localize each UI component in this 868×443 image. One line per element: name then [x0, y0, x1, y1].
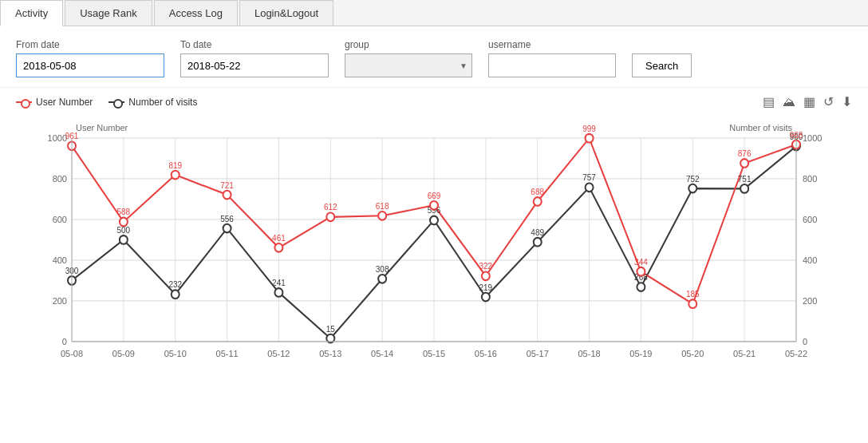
svg-point-97	[482, 271, 490, 280]
svg-text:05-13: 05-13	[319, 349, 341, 358]
svg-text:05-09: 05-09	[112, 349, 135, 358]
svg-point-57	[223, 224, 231, 233]
svg-point-93	[378, 212, 386, 220]
svg-text:751: 751	[738, 175, 752, 184]
svg-text:05-20: 05-20	[681, 349, 704, 358]
svg-text:05-12: 05-12	[267, 349, 290, 358]
legend-visits: Number of visits	[108, 97, 197, 108]
from-date-group: From date	[16, 39, 164, 77]
svg-point-89	[274, 243, 282, 252]
svg-point-73	[637, 283, 645, 291]
svg-text:819: 819	[168, 160, 182, 169]
svg-text:588: 588	[117, 208, 131, 216]
svg-text:600: 600	[53, 215, 67, 224]
table-icon[interactable]: ▤	[763, 94, 775, 109]
legend-visits-label: Number of visits	[128, 97, 197, 108]
svg-text:15: 15	[326, 324, 335, 333]
svg-text:185: 185	[686, 290, 700, 299]
svg-text:200: 200	[803, 296, 817, 306]
download-icon[interactable]: ⬇	[842, 94, 852, 109]
legend-dark-line	[108, 101, 124, 103]
group-group: group ▼	[345, 39, 472, 77]
from-date-label: From date	[16, 39, 164, 50]
svg-text:800: 800	[53, 174, 67, 184]
to-date-label: To date	[180, 39, 329, 50]
tab-bar: Activity Usage Rank Access Log Login&Log…	[0, 0, 868, 26]
svg-text:219: 219	[479, 283, 493, 291]
svg-text:05-08: 05-08	[61, 349, 83, 358]
svg-text:556: 556	[220, 214, 234, 223]
svg-point-85	[172, 171, 180, 180]
svg-text:05-19: 05-19	[629, 349, 652, 358]
svg-point-99	[534, 197, 542, 206]
tab-access-log[interactable]: Access Log	[154, 0, 238, 26]
svg-text:Number of visits: Number of visits	[729, 123, 792, 133]
svg-point-83	[120, 218, 128, 227]
svg-point-59	[274, 288, 282, 297]
svg-text:05-18: 05-18	[578, 349, 601, 358]
bar-chart-icon[interactable]: ▦	[803, 94, 815, 109]
svg-text:200: 200	[53, 296, 67, 306]
svg-text:0: 0	[62, 337, 67, 346]
svg-text:308: 308	[376, 265, 389, 274]
svg-text:232: 232	[168, 280, 182, 289]
svg-text:489: 489	[531, 227, 544, 236]
svg-point-103	[637, 267, 645, 276]
legend-user-number-label: User Number	[36, 97, 93, 108]
line-chart: 002002004004006006008008001000100005-080…	[16, 113, 852, 384]
search-button[interactable]: Search	[632, 53, 692, 77]
tab-usage-rank[interactable]: Usage Rank	[65, 0, 152, 26]
svg-text:400: 400	[53, 255, 67, 265]
svg-text:618: 618	[376, 202, 389, 211]
svg-text:600: 600	[803, 215, 817, 224]
chart-legend: User Number Number of visits ▤ ⛰ ▦ ↺ ⬇	[0, 88, 868, 113]
chart-area: 002002004004006006008008001000100005-080…	[0, 113, 868, 392]
tab-activity[interactable]: Activity	[0, 0, 63, 26]
group-label: group	[345, 39, 472, 50]
svg-text:800: 800	[803, 174, 817, 184]
svg-point-65	[430, 216, 438, 225]
svg-text:322: 322	[479, 262, 493, 271]
svg-point-77	[740, 184, 748, 193]
tab-login-logout[interactable]: Login&Logout	[239, 0, 333, 26]
chart-toolbar: ▤ ⛰ ▦ ↺ ⬇	[763, 94, 852, 109]
svg-text:876: 876	[738, 149, 752, 158]
svg-point-87	[223, 191, 231, 200]
line-chart-icon[interactable]: ⛰	[783, 95, 795, 109]
svg-text:05-21: 05-21	[733, 349, 756, 358]
svg-text:05-22: 05-22	[785, 349, 807, 358]
svg-text:612: 612	[324, 203, 337, 212]
username-group: username	[488, 39, 616, 77]
svg-point-67	[482, 293, 490, 302]
group-select[interactable]	[345, 53, 472, 77]
svg-point-105	[688, 299, 696, 308]
svg-text:05-15: 05-15	[423, 349, 445, 358]
svg-text:688: 688	[531, 188, 544, 196]
from-date-input[interactable]	[16, 53, 164, 77]
group-select-wrap: ▼	[345, 53, 472, 77]
svg-text:05-10: 05-10	[164, 349, 187, 358]
svg-text:05-17: 05-17	[527, 349, 549, 358]
svg-point-75	[688, 184, 696, 193]
svg-text:User Number: User Number	[76, 123, 128, 133]
svg-point-69	[534, 238, 542, 247]
svg-point-95	[430, 201, 438, 210]
svg-point-91	[326, 213, 334, 222]
svg-text:1000: 1000	[803, 133, 822, 143]
refresh-icon[interactable]: ↺	[823, 94, 834, 109]
legend-red-line	[16, 101, 32, 103]
svg-text:05-11: 05-11	[216, 349, 239, 358]
username-label: username	[488, 39, 616, 50]
svg-text:344: 344	[634, 257, 648, 266]
svg-text:757: 757	[582, 173, 596, 182]
svg-text:0: 0	[803, 337, 807, 346]
username-input[interactable]	[488, 53, 616, 77]
svg-point-55	[172, 290, 180, 299]
svg-text:05-14: 05-14	[371, 349, 393, 358]
svg-point-71	[586, 184, 594, 192]
svg-text:400: 400	[803, 255, 817, 265]
to-date-input[interactable]	[180, 53, 329, 77]
svg-text:1000: 1000	[48, 133, 67, 143]
svg-text:752: 752	[686, 174, 700, 183]
to-date-group: To date	[180, 39, 329, 77]
